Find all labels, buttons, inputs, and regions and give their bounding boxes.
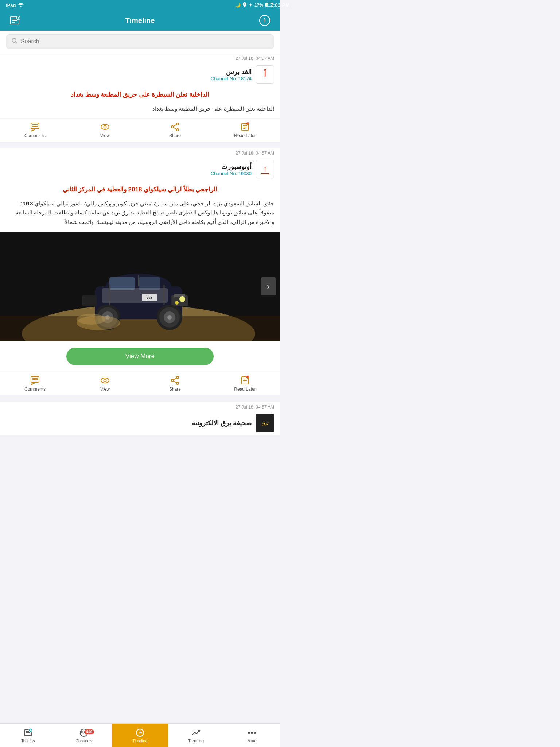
- search-container: [0, 31, 280, 53]
- bluetooth-icon: ✦: [249, 3, 252, 8]
- search-input[interactable]: [21, 38, 269, 45]
- article-2-header: أوتوسبورت Channel No: 19080 أ: [0, 157, 280, 181]
- svg-line-70: [174, 378, 176, 380]
- view-more-btn[interactable]: View More: [66, 348, 214, 365]
- compass-button[interactable]: [257, 12, 273, 28]
- divider-1: [0, 145, 280, 148]
- svg-point-65: [101, 378, 109, 383]
- svg-rect-36: [0, 316, 280, 341]
- article-2-comments-btn[interactable]: Comments: [0, 376, 70, 392]
- article-2-headline: الراجحي بطلاً لرالي سيلكواي 2018 والعطية…: [0, 181, 280, 197]
- svg-point-21: [171, 126, 174, 128]
- article-1-channel-number: Channel No: 18174: [6, 76, 252, 81]
- article-2-view-btn[interactable]: View: [70, 376, 140, 392]
- article-1-header: الفد برس Channel No: 18174 أ: [0, 62, 280, 86]
- svg-point-19: [104, 126, 106, 128]
- svg-text:أ: أ: [264, 167, 266, 173]
- bottom-nav-spacer: [0, 435, 280, 459]
- svg-point-22: [176, 129, 179, 131]
- article-card-1: 27 Jul 18, 04:57 AM الفد برس Channel No:…: [0, 53, 280, 142]
- article-2-readlater-label: Read Later: [234, 387, 256, 392]
- svg-point-67: [176, 376, 179, 379]
- article-2-comments-label: Comments: [24, 387, 46, 392]
- svg-line-23: [174, 125, 176, 127]
- svg-text:+: +: [247, 123, 249, 125]
- article-2-channel-number: Channel No: 19080: [6, 171, 252, 176]
- svg-point-43: [179, 296, 185, 302]
- article-3-header: صحيفة برق الالكترونية بَرق: [0, 411, 280, 435]
- article-2-action-bar: Comments View Share: [0, 372, 280, 395]
- article-2-channel-logo: أ: [256, 160, 274, 178]
- svg-point-20: [176, 123, 179, 125]
- svg-rect-54: [102, 288, 168, 303]
- article-card-2: 27 Jul 18, 04:57 AM أوتوسبورت Channel No…: [0, 148, 280, 395]
- search-input-wrapper[interactable]: [6, 34, 274, 49]
- article-1-date: 27 Jul 18, 04:57 AM: [0, 53, 280, 62]
- app-header: Timeline: [0, 10, 280, 31]
- battery-percent: 17%: [254, 3, 263, 8]
- svg-point-68: [171, 379, 174, 382]
- article-1-headline: الداخلية تعلن السيطرة على حريق المطبعة و…: [0, 86, 280, 102]
- article-2-readlater-btn[interactable]: + Read Later: [210, 376, 280, 392]
- device-label: iPad: [6, 3, 16, 8]
- svg-point-53: [167, 315, 172, 320]
- divider-2: [0, 398, 280, 401]
- article-1-view-label: View: [100, 133, 110, 138]
- svg-text:+: +: [247, 376, 249, 379]
- add-list-button[interactable]: [7, 13, 22, 28]
- search-icon: [11, 38, 18, 46]
- article-1-action-bar: Comments View Share: [0, 118, 280, 142]
- location-icon: [243, 2, 246, 8]
- status-time: 7:03 PM: [271, 2, 280, 8]
- article-card-3: 27 Jul 18, 04:57 AM صحيفة برق الالكتروني…: [0, 401, 280, 435]
- article-1-share-label: Share: [169, 133, 181, 138]
- article-2-view-label: View: [100, 387, 110, 392]
- article-1-channel-name: الفد برس: [6, 68, 252, 76]
- article-2-date: 27 Jul 18, 04:57 AM: [0, 148, 280, 157]
- article-1-channel-logo: أ: [256, 65, 274, 84]
- article-3-channel-name: صحيفة برق الالكترونية: [6, 419, 252, 427]
- svg-point-12: [12, 38, 16, 42]
- svg-point-69: [176, 382, 179, 384]
- article-1-body: الداخلية تعلن السيطرة على حريق المطبعة و…: [0, 102, 280, 119]
- wifi-icon: [18, 3, 24, 8]
- article-1-share-btn[interactable]: Share: [140, 122, 210, 138]
- article-2-share-btn[interactable]: Share: [140, 376, 210, 392]
- view-more-container: View More: [0, 341, 280, 372]
- svg-line-71: [174, 381, 176, 383]
- article-1-comments-label: Comments: [24, 133, 46, 138]
- svg-point-59: [77, 314, 106, 325]
- svg-text:أ: أ: [264, 69, 266, 78]
- svg-point-18: [101, 124, 109, 129]
- article-2-body: حقق السائق السعودي يزيد الراجحي، على متن…: [0, 197, 280, 232]
- svg-rect-39: [109, 277, 135, 290]
- article-2-share-label: Share: [169, 387, 181, 392]
- article-1-readlater-label: Read Later: [234, 133, 256, 138]
- svg-line-13: [16, 42, 18, 44]
- article-1-readlater-btn[interactable]: + Read Later: [210, 122, 280, 138]
- status-bar: iPad 7:03 PM 🌙 ✦ 17%: [0, 0, 280, 10]
- svg-rect-40: [139, 277, 160, 290]
- article-3-channel-logo: بَرق: [256, 414, 274, 432]
- article-2-channel-name: أوتوسبورت: [6, 163, 252, 171]
- article-1-view-btn[interactable]: View: [70, 122, 140, 138]
- page-title: Timeline: [125, 16, 155, 25]
- article-1-comments-btn[interactable]: Comments: [0, 122, 70, 138]
- svg-rect-45: [82, 295, 97, 306]
- article-2-image: 303 ›: [0, 232, 280, 341]
- article-3-date: 27 Jul 18, 04:57 AM: [0, 402, 280, 411]
- carousel-next-btn[interactable]: ›: [261, 277, 276, 295]
- battery-icon: 🌙: [235, 3, 241, 8]
- svg-point-66: [104, 379, 106, 382]
- svg-text:303: 303: [147, 296, 152, 299]
- svg-line-24: [174, 128, 176, 129]
- svg-rect-1: [266, 3, 268, 6]
- svg-point-44: [175, 301, 179, 305]
